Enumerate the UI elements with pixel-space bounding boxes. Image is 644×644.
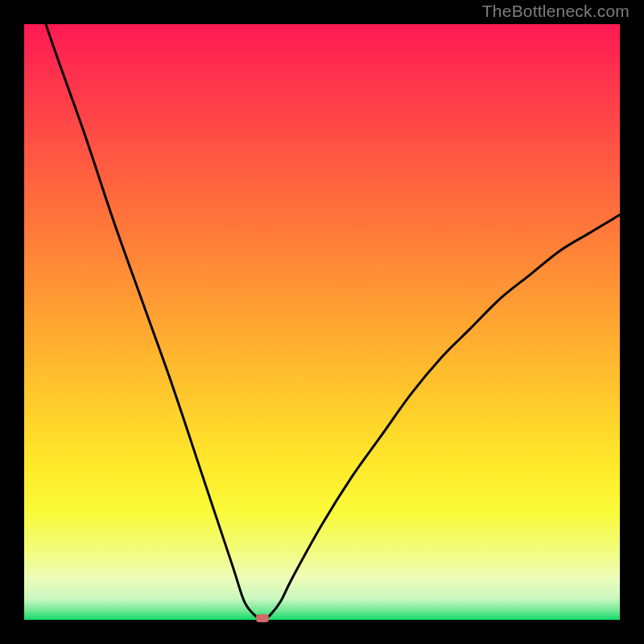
attribution-label: TheBottleneck.com bbox=[482, 2, 630, 21]
minimum-marker bbox=[256, 614, 269, 622]
plot-area bbox=[24, 24, 620, 620]
chart-container: TheBottleneck.com bbox=[0, 0, 644, 644]
chart-svg bbox=[0, 0, 644, 644]
